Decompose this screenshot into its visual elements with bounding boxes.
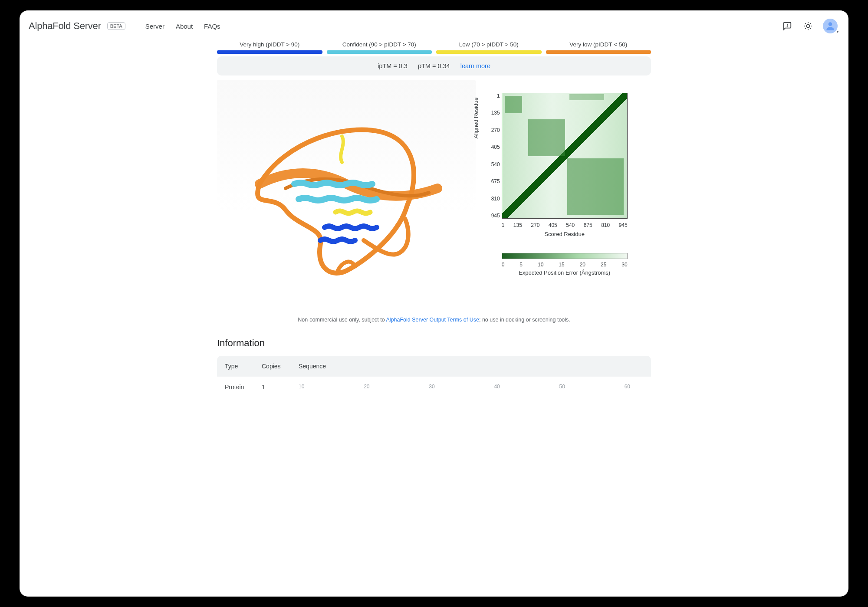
legend-confident: Confident (90 > pIDDT > 70) bbox=[327, 41, 432, 50]
nav-about[interactable]: About bbox=[176, 23, 193, 30]
terms-link[interactable]: AlphaFold Server Output Terms of Use bbox=[386, 317, 479, 323]
iptm-value: ipTM = 0.3 bbox=[378, 62, 408, 69]
th-type: Type bbox=[225, 363, 262, 370]
cell-copies: 1 bbox=[262, 384, 299, 390]
svg-line-9 bbox=[805, 28, 806, 29]
pae-colorbar bbox=[502, 253, 628, 259]
legend-low: Low (70 > pIDDT > 50) bbox=[436, 41, 542, 50]
th-sequence: Sequence bbox=[299, 363, 643, 370]
legend-very-high: Very high (pIDDT > 90) bbox=[217, 41, 322, 50]
sequence-ruler: 102030405060 bbox=[299, 384, 643, 390]
legend-very-low: Very low (pIDDT < 50) bbox=[546, 41, 651, 50]
svg-line-10 bbox=[810, 23, 811, 23]
account-avatar[interactable] bbox=[823, 19, 838, 33]
pae-colorbar-ticks: 051015202530 bbox=[502, 262, 628, 268]
nav-server[interactable]: Server bbox=[145, 23, 164, 30]
pae-panel: Aligned Residue 1135270405540675810945 1… bbox=[484, 80, 651, 301]
pae-colorbar-label: Expected Position Error (Ångströms) bbox=[502, 269, 628, 276]
brand-title: AlphaFold Server bbox=[29, 20, 101, 32]
svg-line-5 bbox=[805, 23, 806, 23]
theme-toggle-icon[interactable] bbox=[802, 20, 814, 32]
app-header: AlphaFold Server BETA Server About FAQs bbox=[20, 11, 848, 41]
pae-ylabel: Aligned Residue bbox=[472, 97, 479, 138]
learn-more-link[interactable]: learn more bbox=[460, 62, 490, 69]
confidence-legend: Very high (pIDDT > 90) Confident (90 > p… bbox=[217, 41, 651, 54]
metrics-bar: ipTM = 0.3 pTM = 0.34 learn more bbox=[217, 56, 651, 75]
beta-badge: BETA bbox=[107, 22, 125, 30]
section-information-title: Information bbox=[217, 338, 651, 349]
feedback-icon[interactable] bbox=[781, 20, 793, 32]
pae-xticks: 1135270405540675810945 bbox=[502, 222, 628, 228]
svg-point-11 bbox=[829, 22, 832, 26]
th-copies: Copies bbox=[262, 363, 299, 370]
pae-yticks: 1135270405540675810945 bbox=[489, 93, 500, 219]
info-table-header: Type Copies Sequence bbox=[217, 356, 651, 377]
svg-point-2 bbox=[806, 24, 809, 27]
pae-xlabel: Scored Residue bbox=[502, 231, 628, 237]
nav-faqs[interactable]: FAQs bbox=[204, 23, 220, 30]
structure-viewer[interactable] bbox=[217, 80, 476, 301]
top-nav: Server About FAQs bbox=[145, 23, 220, 30]
svg-point-1 bbox=[787, 26, 788, 27]
svg-line-6 bbox=[810, 28, 811, 29]
cell-type: Protein bbox=[225, 384, 262, 390]
pae-heatmap[interactable] bbox=[502, 93, 628, 219]
disclaimer: Non-commercial use only, subject to Alph… bbox=[217, 317, 651, 323]
ptm-value: pTM = 0.34 bbox=[418, 62, 450, 69]
table-row: Protein 1 102030405060 bbox=[217, 377, 651, 397]
